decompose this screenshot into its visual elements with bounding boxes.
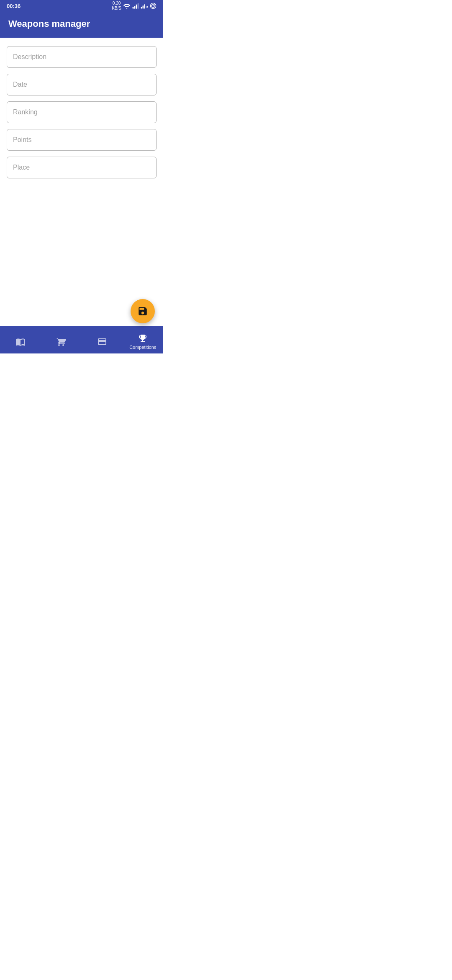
save-icon [137,306,148,317]
svg-rect-3 [138,3,139,9]
date-field-container[interactable] [7,74,157,95]
points-field-container[interactable] [7,129,157,151]
form-container [0,38,163,193]
nav-item-cart[interactable] [41,333,82,347]
app-title: Weapons manager [8,18,90,29]
bottom-nav: Competitions [0,326,163,353]
signal-icon [132,3,139,9]
status-time: 00:36 [7,3,21,9]
cart-icon [56,337,66,347]
description-input[interactable] [13,53,150,61]
svg-rect-4 [141,7,142,9]
speed-indicator: 0.20KB/S [112,1,121,11]
card-icon [97,337,107,347]
nav-item-competitions[interactable]: Competitions [123,330,164,350]
status-bar: 00:36 0.20KB/S R [0,0,163,12]
points-input[interactable] [13,136,150,144]
svg-rect-1 [134,6,136,9]
svg-rect-5 [143,5,144,8]
status-icons: 0.20KB/S R [112,1,157,11]
nav-item-card[interactable] [82,333,123,347]
svg-rect-6 [144,4,145,8]
book-icon [15,337,26,347]
competitions-nav-label: Competitions [129,345,156,350]
nav-item-book[interactable] [0,333,41,347]
svg-rect-0 [133,7,134,9]
place-input[interactable] [13,164,150,171]
signal-r-icon: R [141,3,148,9]
wifi-icon [123,3,131,9]
trophy-icon [138,333,148,343]
target-icon [150,3,157,9]
svg-point-10 [153,5,154,7]
place-field-container[interactable] [7,157,157,178]
svg-text:R: R [146,5,148,8]
ranking-field-container[interactable] [7,101,157,123]
save-fab[interactable] [131,299,155,323]
main-content [0,38,163,322]
app-bar: Weapons manager [0,12,163,38]
ranking-input[interactable] [13,108,150,116]
date-input[interactable] [13,81,150,88]
svg-rect-2 [136,5,137,9]
description-field-container[interactable] [7,46,157,68]
